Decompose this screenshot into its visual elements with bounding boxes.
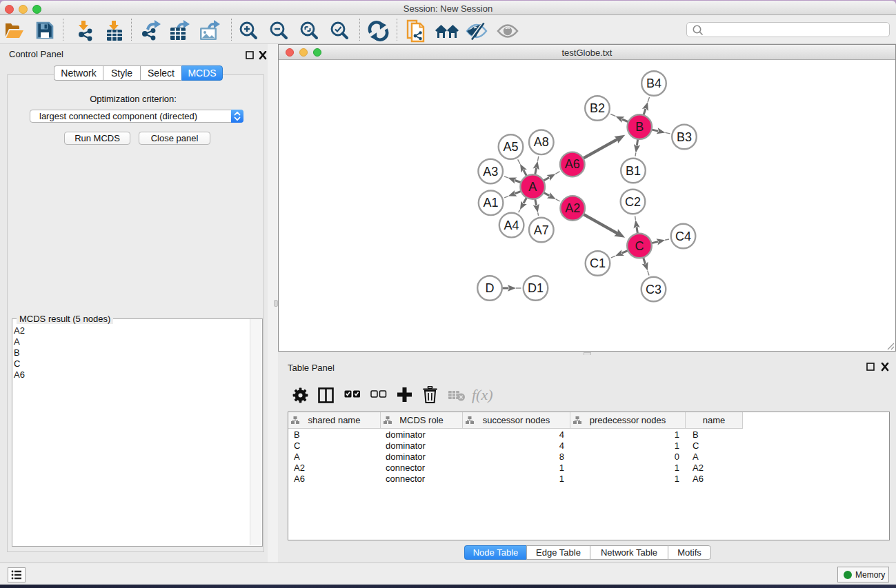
svg-text:A4: A4 xyxy=(504,219,519,232)
svg-text:A6: A6 xyxy=(565,157,580,171)
svg-text:D: D xyxy=(486,281,495,295)
svg-text:A3: A3 xyxy=(483,165,498,179)
svg-text:B3: B3 xyxy=(677,130,692,144)
svg-text:B2: B2 xyxy=(590,101,605,115)
svg-text:A7: A7 xyxy=(534,223,549,237)
svg-text:C4: C4 xyxy=(675,230,691,243)
svg-text:B: B xyxy=(635,120,644,134)
svg-text:D1: D1 xyxy=(528,281,544,295)
svg-text:A1: A1 xyxy=(484,196,499,210)
svg-text:A8: A8 xyxy=(534,135,549,149)
svg-text:A2: A2 xyxy=(565,201,580,215)
svg-text:B4: B4 xyxy=(646,77,661,90)
svg-text:B1: B1 xyxy=(626,164,641,178)
svg-text:C1: C1 xyxy=(590,256,606,270)
svg-text:A: A xyxy=(528,180,537,194)
svg-text:C: C xyxy=(635,239,644,253)
svg-text:C3: C3 xyxy=(646,283,661,296)
svg-text:A5: A5 xyxy=(503,140,518,154)
svg-text:C2: C2 xyxy=(625,195,641,209)
